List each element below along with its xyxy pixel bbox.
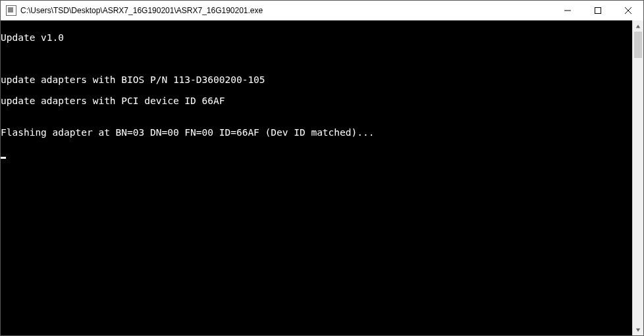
app-icon	[6, 5, 16, 16]
close-button[interactable]	[613, 1, 643, 20]
console-line: update adapters with BIOS P/N 113-D36002…	[1, 74, 632, 85]
svg-marker-5	[636, 328, 640, 331]
minimize-button[interactable]	[552, 1, 583, 20]
vertical-scrollbar[interactable]	[632, 20, 643, 335]
text-cursor	[1, 157, 6, 159]
titlebar[interactable]: C:\Users\TSD\Desktop\ASRX7_16G190201\ASR…	[1, 1, 643, 20]
client-area: Update v1.0 update adapters with BIOS P/…	[1, 20, 643, 335]
console-line: Update v1.0	[1, 32, 632, 43]
window: C:\Users\TSD\Desktop\ASRX7_16G190201\ASR…	[0, 0, 644, 336]
console-line: update adapters with PCI device ID 66AF	[1, 96, 632, 106]
maximize-button[interactable]	[583, 1, 613, 20]
svg-rect-1	[595, 8, 601, 14]
maximize-icon	[595, 7, 601, 14]
scroll-track[interactable]	[633, 32, 643, 324]
chevron-down-icon	[635, 327, 641, 333]
chevron-up-icon	[635, 24, 641, 29]
window-controls	[552, 1, 643, 20]
scroll-up-button[interactable]	[633, 20, 643, 32]
scroll-down-button[interactable]	[633, 324, 643, 335]
console-line: Flashing adapter at BN=03 DN=00 FN=00 ID…	[1, 127, 632, 138]
minimize-icon	[564, 7, 571, 14]
svg-marker-4	[636, 24, 640, 28]
window-title: C:\Users\TSD\Desktop\ASRX7_16G190201\ASR…	[20, 6, 552, 15]
close-icon	[625, 7, 631, 14]
console-output[interactable]: Update v1.0 update adapters with BIOS P/…	[1, 20, 632, 335]
scroll-thumb[interactable]	[634, 32, 642, 58]
